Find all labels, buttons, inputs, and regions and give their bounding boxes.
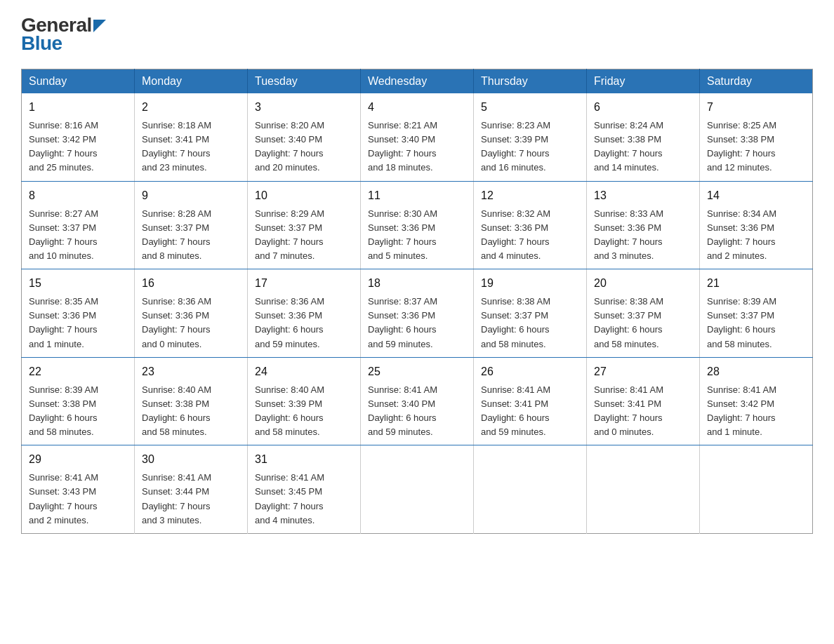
day-number: 26 <box>481 363 579 380</box>
day-number: 8 <box>29 187 127 204</box>
calendar-cell: 8 Sunrise: 8:27 AMSunset: 3:37 PMDayligh… <box>22 181 135 269</box>
day-info: Sunrise: 8:35 AMSunset: 3:36 PMDaylight:… <box>29 296 98 349</box>
day-number: 22 <box>29 363 127 380</box>
calendar-cell: 10 Sunrise: 8:29 AMSunset: 3:37 PMDaylig… <box>248 181 361 269</box>
day-number: 18 <box>368 275 466 292</box>
calendar-cell: 18 Sunrise: 8:37 AMSunset: 3:36 PMDaylig… <box>361 269 474 358</box>
header-saturday: Saturday <box>700 69 813 94</box>
day-number: 23 <box>142 363 240 380</box>
day-number: 30 <box>142 451 240 468</box>
day-info: Sunrise: 8:33 AMSunset: 3:36 PMDaylight:… <box>594 208 663 261</box>
day-info: Sunrise: 8:41 AMSunset: 3:44 PMDaylight:… <box>142 472 211 525</box>
day-number: 15 <box>29 275 127 292</box>
day-number: 2 <box>142 99 240 116</box>
day-number: 3 <box>255 99 353 116</box>
day-info: Sunrise: 8:32 AMSunset: 3:36 PMDaylight:… <box>481 208 550 261</box>
calendar-cell <box>587 445 700 534</box>
day-number: 11 <box>368 187 466 204</box>
header-thursday: Thursday <box>474 69 587 94</box>
calendar-cell: 19 Sunrise: 8:38 AMSunset: 3:37 PMDaylig… <box>474 269 587 358</box>
day-number: 20 <box>594 275 692 292</box>
day-number: 16 <box>142 275 240 292</box>
calendar-week-row: 22 Sunrise: 8:39 AMSunset: 3:38 PMDaylig… <box>22 357 813 445</box>
logo-blue-part: Blue <box>21 32 62 54</box>
calendar-cell: 16 Sunrise: 8:36 AMSunset: 3:36 PMDaylig… <box>135 269 248 358</box>
calendar-cell: 26 Sunrise: 8:41 AMSunset: 3:41 PMDaylig… <box>474 357 587 445</box>
day-number: 10 <box>255 187 353 204</box>
calendar-cell: 25 Sunrise: 8:41 AMSunset: 3:40 PMDaylig… <box>361 357 474 445</box>
calendar-cell: 24 Sunrise: 8:40 AMSunset: 3:39 PMDaylig… <box>248 357 361 445</box>
day-number: 1 <box>29 99 127 116</box>
day-info: Sunrise: 8:38 AMSunset: 3:37 PMDaylight:… <box>481 296 550 349</box>
day-info: Sunrise: 8:41 AMSunset: 3:43 PMDaylight:… <box>29 472 98 525</box>
day-info: Sunrise: 8:36 AMSunset: 3:36 PMDaylight:… <box>142 296 211 349</box>
calendar-cell: 14 Sunrise: 8:34 AMSunset: 3:36 PMDaylig… <box>700 181 813 269</box>
day-info: Sunrise: 8:41 AMSunset: 3:41 PMDaylight:… <box>594 384 663 437</box>
day-info: Sunrise: 8:34 AMSunset: 3:36 PMDaylight:… <box>707 208 776 261</box>
calendar-cell <box>474 445 587 534</box>
day-info: Sunrise: 8:30 AMSunset: 3:36 PMDaylight:… <box>368 208 437 261</box>
calendar-cell: 7 Sunrise: 8:25 AMSunset: 3:38 PMDayligh… <box>700 93 813 181</box>
calendar-cell <box>700 445 813 534</box>
day-number: 31 <box>255 451 353 468</box>
day-number: 6 <box>594 99 692 116</box>
day-number: 28 <box>707 363 805 380</box>
day-info: Sunrise: 8:40 AMSunset: 3:39 PMDaylight:… <box>255 384 324 437</box>
day-info: Sunrise: 8:41 AMSunset: 3:41 PMDaylight:… <box>481 384 550 437</box>
calendar-cell: 1 Sunrise: 8:16 AMSunset: 3:42 PMDayligh… <box>22 93 135 181</box>
calendar-cell: 30 Sunrise: 8:41 AMSunset: 3:44 PMDaylig… <box>135 445 248 534</box>
calendar-week-row: 15 Sunrise: 8:35 AMSunset: 3:36 PMDaylig… <box>22 269 813 358</box>
day-number: 24 <box>255 363 353 380</box>
calendar-week-row: 1 Sunrise: 8:16 AMSunset: 3:42 PMDayligh… <box>22 93 813 181</box>
calendar-cell: 6 Sunrise: 8:24 AMSunset: 3:38 PMDayligh… <box>587 93 700 181</box>
day-info: Sunrise: 8:39 AMSunset: 3:38 PMDaylight:… <box>29 384 98 437</box>
day-info: Sunrise: 8:28 AMSunset: 3:37 PMDaylight:… <box>142 208 211 261</box>
day-number: 4 <box>368 99 466 116</box>
day-info: Sunrise: 8:40 AMSunset: 3:38 PMDaylight:… <box>142 384 211 437</box>
day-number: 27 <box>594 363 692 380</box>
day-number: 12 <box>481 187 579 204</box>
day-number: 17 <box>255 275 353 292</box>
svg-marker-0 <box>93 20 106 32</box>
day-number: 14 <box>707 187 805 204</box>
day-number: 7 <box>707 99 805 116</box>
calendar-cell: 15 Sunrise: 8:35 AMSunset: 3:36 PMDaylig… <box>22 269 135 358</box>
calendar-cell <box>361 445 474 534</box>
day-info: Sunrise: 8:23 AMSunset: 3:39 PMDaylight:… <box>481 120 550 173</box>
day-number: 29 <box>29 451 127 468</box>
calendar-cell: 27 Sunrise: 8:41 AMSunset: 3:41 PMDaylig… <box>587 357 700 445</box>
day-info: Sunrise: 8:37 AMSunset: 3:36 PMDaylight:… <box>368 296 437 349</box>
calendar-cell: 5 Sunrise: 8:23 AMSunset: 3:39 PMDayligh… <box>474 93 587 181</box>
header-wednesday: Wednesday <box>361 69 474 94</box>
page-header: General Blue <box>21 14 813 55</box>
calendar-cell: 9 Sunrise: 8:28 AMSunset: 3:37 PMDayligh… <box>135 181 248 269</box>
day-info: Sunrise: 8:20 AMSunset: 3:40 PMDaylight:… <box>255 120 324 173</box>
day-info: Sunrise: 8:27 AMSunset: 3:37 PMDaylight:… <box>29 208 98 261</box>
header-tuesday: Tuesday <box>248 69 361 94</box>
calendar-cell: 11 Sunrise: 8:30 AMSunset: 3:36 PMDaylig… <box>361 181 474 269</box>
calendar-week-row: 29 Sunrise: 8:41 AMSunset: 3:43 PMDaylig… <box>22 445 813 534</box>
calendar-cell: 29 Sunrise: 8:41 AMSunset: 3:43 PMDaylig… <box>22 445 135 534</box>
day-number: 19 <box>481 275 579 292</box>
logo: General Blue <box>21 14 106 55</box>
calendar-cell: 22 Sunrise: 8:39 AMSunset: 3:38 PMDaylig… <box>22 357 135 445</box>
calendar-cell: 17 Sunrise: 8:36 AMSunset: 3:36 PMDaylig… <box>248 269 361 358</box>
day-info: Sunrise: 8:24 AMSunset: 3:38 PMDaylight:… <box>594 120 663 173</box>
day-number: 25 <box>368 363 466 380</box>
calendar-cell: 13 Sunrise: 8:33 AMSunset: 3:36 PMDaylig… <box>587 181 700 269</box>
day-number: 21 <box>707 275 805 292</box>
logo-arrow-icon <box>93 20 106 32</box>
calendar-week-row: 8 Sunrise: 8:27 AMSunset: 3:37 PMDayligh… <box>22 181 813 269</box>
day-info: Sunrise: 8:25 AMSunset: 3:38 PMDaylight:… <box>707 120 776 173</box>
day-number: 13 <box>594 187 692 204</box>
day-number: 9 <box>142 187 240 204</box>
day-info: Sunrise: 8:39 AMSunset: 3:37 PMDaylight:… <box>707 296 776 349</box>
day-info: Sunrise: 8:41 AMSunset: 3:40 PMDaylight:… <box>368 384 437 437</box>
calendar-cell: 23 Sunrise: 8:40 AMSunset: 3:38 PMDaylig… <box>135 357 248 445</box>
calendar-cell: 21 Sunrise: 8:39 AMSunset: 3:37 PMDaylig… <box>700 269 813 358</box>
day-number: 5 <box>481 99 579 116</box>
calendar-cell: 4 Sunrise: 8:21 AMSunset: 3:40 PMDayligh… <box>361 93 474 181</box>
calendar-cell: 31 Sunrise: 8:41 AMSunset: 3:45 PMDaylig… <box>248 445 361 534</box>
day-info: Sunrise: 8:41 AMSunset: 3:42 PMDaylight:… <box>707 384 776 437</box>
day-info: Sunrise: 8:29 AMSunset: 3:37 PMDaylight:… <box>255 208 324 261</box>
